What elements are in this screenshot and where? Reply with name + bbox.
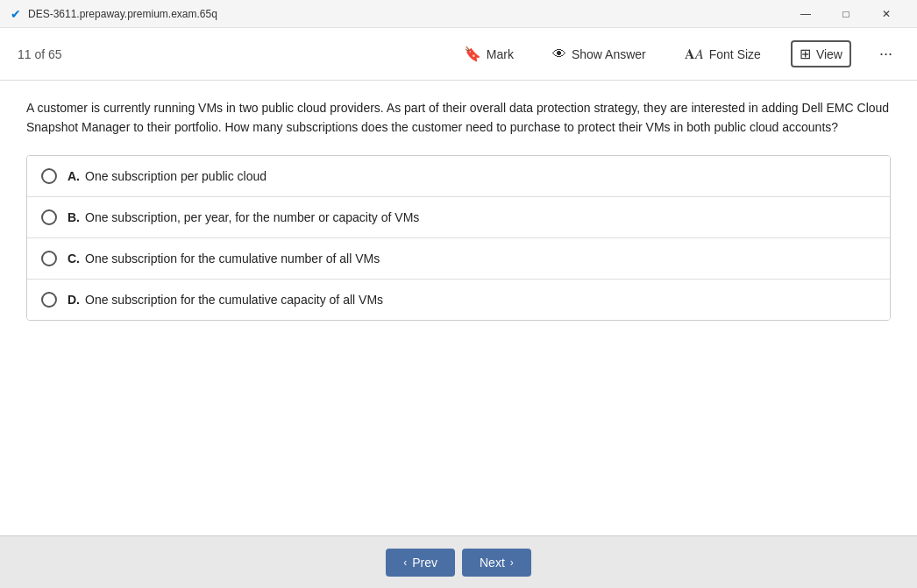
view-label: View <box>816 47 842 61</box>
maximize-button[interactable]: □ <box>826 0 866 28</box>
eye-icon: 👁 <box>552 46 566 62</box>
option-d-letter: D. <box>68 293 80 307</box>
close-button[interactable]: ✕ <box>866 0 906 28</box>
option-b-label: B.One subscription, per year, for the nu… <box>68 210 419 224</box>
progress-indicator: 11 of 65 <box>18 47 62 61</box>
title-bar: ✔ DES-3611.prepaway.premium.exam.65q — □… <box>0 0 917 28</box>
option-c-text: One subscription for the cumulative numb… <box>85 251 380 266</box>
option-a-text: One subscription per public cloud <box>85 169 267 183</box>
mark-button[interactable]: 🔖 Mark <box>455 40 522 67</box>
question-text: A customer is currently running VMs in t… <box>26 98 891 138</box>
bottom-nav: ‹ Prev Next › <box>0 535 917 588</box>
option-b-row[interactable]: B.One subscription, per year, for the nu… <box>27 197 890 238</box>
options-container: A.One subscription per public cloud B.On… <box>26 155 891 321</box>
option-b-radio[interactable] <box>41 209 57 225</box>
option-c-radio[interactable] <box>41 251 57 266</box>
bookmark-icon: 🔖 <box>464 46 481 62</box>
option-d-radio[interactable] <box>41 292 57 308</box>
option-d-text: One subscription for the cumulative capa… <box>85 293 383 307</box>
option-b-text: One subscription, per year, for the numb… <box>85 210 419 224</box>
option-a-radio[interactable] <box>41 168 57 184</box>
option-b-letter: B. <box>68 210 80 224</box>
font-size-button[interactable]: 𝐀𝐴 Font Size <box>676 41 770 67</box>
next-button[interactable]: Next › <box>462 549 531 577</box>
title-bar-left: ✔ DES-3611.prepaway.premium.exam.65q <box>11 7 217 21</box>
prev-label: Prev <box>412 556 437 570</box>
prev-button[interactable]: ‹ Prev <box>386 549 455 577</box>
font-size-label: Font Size <box>709 47 761 61</box>
minimize-button[interactable]: — <box>785 0 826 28</box>
option-c-row[interactable]: C.One subscription for the cumulative nu… <box>27 238 890 280</box>
toolbar: 11 of 65 🔖 Mark 👁 Show Answer 𝐀𝐴 Font Si… <box>0 28 917 81</box>
option-d-label: D.One subscription for the cumulative ca… <box>68 293 383 307</box>
mark-label: Mark <box>487 47 514 61</box>
next-label: Next <box>480 556 505 570</box>
main-content: A customer is currently running VMs in t… <box>0 81 917 535</box>
font-icon: 𝐀𝐴 <box>685 46 704 62</box>
option-a-row[interactable]: A.One subscription per public cloud <box>27 156 890 197</box>
option-a-label: A.One subscription per public cloud <box>68 169 267 183</box>
option-a-letter: A. <box>68 169 80 183</box>
chevron-right-icon: › <box>510 556 514 569</box>
more-options-button[interactable]: ··· <box>872 41 899 67</box>
view-icon: ⊞ <box>800 46 811 62</box>
option-c-label: C.One subscription for the cumulative nu… <box>68 251 380 266</box>
view-button[interactable]: ⊞ View <box>791 40 851 67</box>
app-icon: ✔ <box>11 7 21 21</box>
chevron-left-icon: ‹ <box>403 556 407 569</box>
show-answer-label: Show Answer <box>572 47 646 61</box>
option-c-letter: C. <box>68 251 80 266</box>
toolbar-actions: 🔖 Mark 👁 Show Answer 𝐀𝐴 Font Size ⊞ View… <box>455 40 899 67</box>
option-d-row[interactable]: D.One subscription for the cumulative ca… <box>27 280 890 320</box>
title-bar-controls: — □ ✕ <box>785 0 906 28</box>
title-bar-text: DES-3611.prepaway.premium.exam.65q <box>28 8 217 20</box>
show-answer-button[interactable]: 👁 Show Answer <box>544 41 655 67</box>
